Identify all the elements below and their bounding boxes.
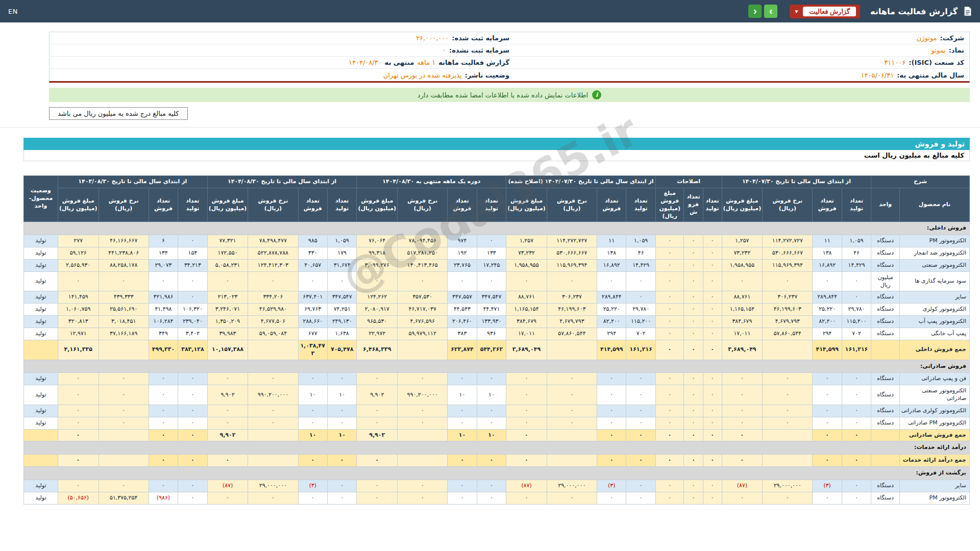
table-cell: ۰ <box>298 373 327 385</box>
company-info-panel: شرکت: موتوژن سرمایه ثبت شده: ۲۶,۰۰۰,۰۰۰ … <box>49 32 970 83</box>
production-sales-section: تولید و فروش کلیه مبالغ به میلیون ریال ا… <box>23 138 970 161</box>
table-cell: ۳,۶۸۹,۰۴۹ <box>722 340 763 360</box>
column-header: تعداد فروش <box>597 188 626 222</box>
table-cell: ۰ <box>813 405 842 417</box>
table-cell: ۰ <box>477 405 506 417</box>
table-cell: ۰ <box>597 455 626 467</box>
navbar: گزارش فعالیت ماهانه گزارش فعالیت ▼ › ‹ E… <box>0 0 980 22</box>
table-cell: ۱,۹۵۸,۹۵۵ <box>722 259 763 271</box>
table-cell: ۱,۲۵۷ <box>722 235 763 247</box>
table-cell: ۲۹,۰۰۰,۰۰۰ <box>763 480 813 492</box>
table-cell: ۱۱۵,۲۰۰ <box>626 316 655 328</box>
table-cell: ۰ <box>655 291 684 304</box>
section-row: برگشت از فروش: <box>24 467 970 480</box>
table-cell: ۰ <box>506 405 547 417</box>
table-cell: ۰ <box>398 271 448 291</box>
table-cell: ۰ <box>178 271 207 291</box>
table-cell: ۰ <box>722 405 763 417</box>
table-cell: ۰ <box>327 271 356 291</box>
table-cell: ۴۶,۵۲۹,۹۸۰ <box>248 304 298 316</box>
table-cell: ۰ <box>149 429 178 441</box>
table-cell: ۳۵۷,۵۳۰ <box>398 291 448 304</box>
table-cell: (۵۰,۶۵۶) <box>58 492 99 504</box>
table-cell: ۰ <box>684 373 703 385</box>
report-type-dropdown[interactable]: گزارش فعالیت ▼ <box>790 5 860 18</box>
unregistered-capital-value: ۰ <box>443 46 446 54</box>
table-cell: ۲۸۹,۸۴۴ <box>597 291 626 304</box>
table-cell: ۰ <box>506 492 547 504</box>
table-cell: ۶۷۷ <box>298 328 327 340</box>
product-status-cell: تولید <box>24 247 58 260</box>
table-cell: ۰ <box>357 480 398 492</box>
table-cell: ۳,۰۱۸,۴۵۱ <box>99 316 149 328</box>
info-field-issuer-status: وضعیت ناشر: پذیرفته شده در بورس تهران <box>55 71 509 79</box>
table-cell: ۰ <box>655 316 684 328</box>
table-cell <box>248 455 298 467</box>
table-cell: ۰ <box>357 373 398 385</box>
product-status-cell: تولید <box>24 492 58 504</box>
product-status-cell: تولید <box>24 373 58 385</box>
column-header: نرخ فروش (ریال) <box>763 188 813 222</box>
data-row: الکتروموتور صنعتی صادراتیدستگاه۰۰۰۰۰۰۰۰۰… <box>24 385 970 405</box>
table-cell: ۰ <box>655 304 684 316</box>
next-report-button[interactable]: › <box>764 5 777 18</box>
table-cell: ۱,۱۶۵,۱۵۴ <box>506 304 547 316</box>
table-cell: ۵۹,۹۷۹,۱۱۲ <box>398 328 448 340</box>
table-cell: ۰ <box>178 385 207 405</box>
table-cell: ۰ <box>703 259 722 271</box>
table-cell: ۰ <box>842 492 871 504</box>
table-cell: ۰ <box>248 417 298 429</box>
product-name-cell: جمع فروش صادراتی <box>899 429 969 441</box>
column-header: تعداد فروش <box>149 188 178 222</box>
table-cell: ۰ <box>655 480 684 492</box>
table-cell: ۰ <box>842 480 871 492</box>
table-cell: ۰ <box>477 480 506 492</box>
column-header: مبلغ فروش (میلیون ریال) <box>722 188 763 222</box>
table-cell: ۰ <box>398 480 448 492</box>
table-cell: ۲۹۴ <box>597 328 626 340</box>
column-header: نرخ فروش (ریال) <box>547 188 597 222</box>
table-cell: ۱۶۱,۲۱۶ <box>626 340 655 360</box>
info-field-registered-capital: سرمایه ثبت شده: ۲۶,۰۰۰,۰۰۰ <box>55 34 509 42</box>
table-cell: ۶۲۳,۸۷۴ <box>448 340 477 360</box>
data-row: الکتروموتور PM صادراتیدستگاه۰۰۰۰۰۰۰۰۰۰۰۰… <box>24 417 970 429</box>
table-cell: ۳۴۹ <box>149 328 178 340</box>
table-cell: ۹۷۴ <box>448 235 477 247</box>
table-cell: ۰ <box>597 429 626 441</box>
table-cell: ۸۸,۲۵۸,۱۷۸ <box>99 259 149 271</box>
product-status-cell: تولید <box>24 316 58 328</box>
table-cell: ۰ <box>703 429 722 441</box>
table-cell: ۰ <box>178 373 207 385</box>
data-row: فن و پمپ صادراتیدستگاه۰۰۰۰۰۰۰۰۰۰۰۰۰۰۰۰۰۰… <box>24 373 970 385</box>
isic-value: ۳۱۱۰۰۶ <box>884 59 905 66</box>
table-cell: ۹۹۰,۲۰۰,۰۰۰ <box>248 385 298 405</box>
table-cell: ۹,۹۰۲ <box>357 385 398 405</box>
table-cell: ۱,۳۵۰,۲۰۹ <box>207 316 248 328</box>
table-cell: ۰ <box>178 291 207 304</box>
table-cell: ۷۴,۲۵۱ <box>327 304 356 316</box>
table-cell: دستگاه <box>871 492 900 504</box>
table-cell: ۱,۰۳۸,۴۷۳ <box>298 340 327 360</box>
table-cell: ۰ <box>703 405 722 417</box>
table-cell: ۴,۶۷۶,۵۹۶ <box>398 316 448 328</box>
table-cell: ۱,۰۵۹ <box>327 235 356 247</box>
issuer-status-value: پذیرفته شده در بورس تهران <box>383 71 462 79</box>
language-toggle-link[interactable]: EN <box>8 8 18 15</box>
table-cell: ۴۱۴,۵۹۹ <box>813 340 842 360</box>
table-cell: ۰ <box>684 304 703 316</box>
data-row: الکتروموتور PMدستگاه۰۰۰۰۰۰۰۰۰۰۰۰۰۰۰۰۰۰۰۰… <box>24 492 970 504</box>
table-cell: ۵۴۴,۲۶۲ <box>477 340 506 360</box>
table-cell: ۰ <box>357 417 398 429</box>
table-cell <box>763 455 813 467</box>
table-cell: ۳۸۴,۶۷۹ <box>506 316 547 328</box>
registered-capital-label: سرمایه ثبت شده: <box>452 34 509 42</box>
previous-report-button[interactable]: ‹ <box>748 5 762 18</box>
table-cell: ۴۳۹,۳۳۳ <box>99 291 149 304</box>
table-cell: ۰ <box>327 405 356 417</box>
product-name-cell: الکتروموتور کولری صادراتی <box>899 405 969 417</box>
table-cell: ۰ <box>703 271 722 291</box>
table-cell: ۹,۹۰۲ <box>207 385 248 405</box>
info-row-symbol: نماد: بموتو سرمایه ثبت نشده: ۰ <box>50 44 969 57</box>
table-cell: ۲,۵۶۵,۹۳۰ <box>58 259 99 271</box>
column-header: مبلغ فروش (میلیون ریال) <box>357 188 398 222</box>
